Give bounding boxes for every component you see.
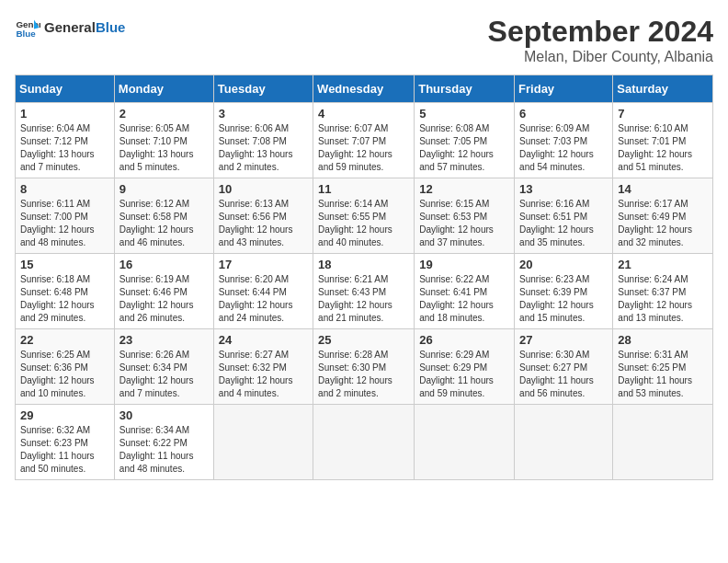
day-number: 1	[20, 107, 109, 121]
calendar-cell: 10Sunrise: 6:13 AMSunset: 6:56 PMDayligh…	[213, 178, 313, 254]
calendar-cell	[213, 405, 313, 480]
calendar-cell	[313, 405, 415, 480]
calendar-cell: 11Sunrise: 6:14 AMSunset: 6:55 PMDayligh…	[313, 178, 415, 254]
day-number: 17	[219, 258, 308, 271]
calendar-cell: 2Sunrise: 6:05 AMSunset: 7:10 PMDaylight…	[114, 103, 213, 178]
calendar-cell: 16Sunrise: 6:19 AMSunset: 6:46 PMDayligh…	[114, 254, 213, 329]
calendar-cell: 20Sunrise: 6:23 AMSunset: 6:39 PMDayligh…	[515, 254, 613, 329]
calendar-cell: 4Sunrise: 6:07 AMSunset: 7:07 PMDaylight…	[313, 103, 415, 178]
calendar-cell: 24Sunrise: 6:27 AMSunset: 6:32 PMDayligh…	[213, 329, 313, 405]
day-number: 27	[519, 333, 608, 347]
day-number: 15	[20, 258, 109, 271]
day-number: 4	[318, 107, 409, 121]
col-header-thursday: Thursday	[415, 75, 515, 103]
day-info: Sunrise: 6:20 AMSunset: 6:44 PMDaylight:…	[219, 273, 308, 325]
day-info: Sunrise: 6:10 AMSunset: 7:01 PMDaylight:…	[618, 122, 708, 174]
logo-general-text: General	[44, 19, 96, 35]
day-info: Sunrise: 6:21 AMSunset: 6:43 PMDaylight:…	[318, 273, 409, 325]
day-number: 21	[618, 258, 708, 271]
calendar-cell: 27Sunrise: 6:30 AMSunset: 6:27 PMDayligh…	[515, 329, 613, 405]
calendar-cell: 26Sunrise: 6:29 AMSunset: 6:29 PMDayligh…	[415, 329, 515, 405]
calendar-subtitle: Melan, Diber County, Albania	[488, 49, 713, 65]
calendar-cell: 23Sunrise: 6:26 AMSunset: 6:34 PMDayligh…	[114, 329, 213, 405]
calendar-cell: 19Sunrise: 6:22 AMSunset: 6:41 PMDayligh…	[415, 254, 515, 329]
day-number: 14	[618, 182, 708, 196]
calendar-cell	[613, 405, 713, 480]
col-header-wednesday: Wednesday	[313, 75, 415, 103]
calendar-cell: 17Sunrise: 6:20 AMSunset: 6:44 PMDayligh…	[213, 254, 313, 329]
day-info: Sunrise: 6:34 AMSunset: 6:22 PMDaylight:…	[119, 424, 209, 476]
day-info: Sunrise: 6:07 AMSunset: 7:07 PMDaylight:…	[318, 122, 409, 174]
day-number: 10	[219, 182, 308, 196]
day-info: Sunrise: 6:26 AMSunset: 6:34 PMDaylight:…	[119, 349, 209, 400]
day-info: Sunrise: 6:08 AMSunset: 7:05 PMDaylight:…	[419, 122, 509, 174]
col-header-sunday: Sunday	[16, 75, 115, 103]
day-info: Sunrise: 6:31 AMSunset: 6:25 PMDaylight:…	[618, 349, 708, 400]
day-number: 20	[519, 258, 608, 271]
logo-blue-text: Blue	[96, 19, 126, 35]
calendar-cell: 13Sunrise: 6:16 AMSunset: 6:51 PMDayligh…	[515, 178, 613, 254]
day-number: 19	[419, 258, 509, 271]
col-header-saturday: Saturday	[613, 75, 713, 103]
day-info: Sunrise: 6:29 AMSunset: 6:29 PMDaylight:…	[419, 349, 509, 400]
calendar-cell: 21Sunrise: 6:24 AMSunset: 6:37 PMDayligh…	[613, 254, 713, 329]
calendar-cell: 5Sunrise: 6:08 AMSunset: 7:05 PMDaylight…	[415, 103, 515, 178]
day-info: Sunrise: 6:14 AMSunset: 6:55 PMDaylight:…	[318, 198, 409, 249]
day-info: Sunrise: 6:17 AMSunset: 6:49 PMDaylight:…	[618, 198, 708, 249]
calendar-cell: 14Sunrise: 6:17 AMSunset: 6:49 PMDayligh…	[613, 178, 713, 254]
calendar-cell: 15Sunrise: 6:18 AMSunset: 6:48 PMDayligh…	[16, 254, 115, 329]
calendar-cell	[515, 405, 613, 480]
title-area: September 2024 Melan, Diber County, Alba…	[488, 15, 713, 65]
svg-text:Blue: Blue	[16, 29, 36, 39]
col-header-tuesday: Tuesday	[213, 75, 313, 103]
day-number: 22	[20, 333, 109, 347]
day-info: Sunrise: 6:18 AMSunset: 6:48 PMDaylight:…	[20, 273, 109, 325]
day-number: 16	[119, 258, 209, 271]
calendar-cell: 28Sunrise: 6:31 AMSunset: 6:25 PMDayligh…	[613, 329, 713, 405]
col-header-friday: Friday	[515, 75, 613, 103]
day-info: Sunrise: 6:12 AMSunset: 6:58 PMDaylight:…	[119, 198, 209, 249]
day-info: Sunrise: 6:25 AMSunset: 6:36 PMDaylight:…	[20, 349, 109, 400]
day-number: 18	[318, 258, 409, 271]
day-number: 3	[219, 107, 308, 121]
logo-icon: General Blue	[15, 15, 40, 40]
calendar-cell: 29Sunrise: 6:32 AMSunset: 6:23 PMDayligh…	[16, 405, 115, 480]
day-info: Sunrise: 6:19 AMSunset: 6:46 PMDaylight:…	[119, 273, 209, 325]
day-number: 8	[20, 182, 109, 196]
day-number: 29	[20, 408, 109, 422]
day-info: Sunrise: 6:23 AMSunset: 6:39 PMDaylight:…	[519, 273, 608, 325]
calendar-cell: 30Sunrise: 6:34 AMSunset: 6:22 PMDayligh…	[114, 405, 213, 480]
day-number: 11	[318, 182, 409, 196]
calendar-table: SundayMondayTuesdayWednesdayThursdayFrid…	[15, 75, 713, 480]
day-number: 5	[419, 107, 509, 121]
day-info: Sunrise: 6:24 AMSunset: 6:37 PMDaylight:…	[618, 273, 708, 325]
day-number: 28	[618, 333, 708, 347]
day-info: Sunrise: 6:13 AMSunset: 6:56 PMDaylight:…	[219, 198, 308, 249]
day-info: Sunrise: 6:16 AMSunset: 6:51 PMDaylight:…	[519, 198, 608, 249]
day-number: 2	[119, 107, 209, 121]
day-number: 25	[318, 333, 409, 347]
day-info: Sunrise: 6:32 AMSunset: 6:23 PMDaylight:…	[20, 424, 109, 476]
day-info: Sunrise: 6:06 AMSunset: 7:08 PMDaylight:…	[219, 122, 308, 174]
calendar-cell: 18Sunrise: 6:21 AMSunset: 6:43 PMDayligh…	[313, 254, 415, 329]
calendar-cell: 25Sunrise: 6:28 AMSunset: 6:30 PMDayligh…	[313, 329, 415, 405]
day-info: Sunrise: 6:22 AMSunset: 6:41 PMDaylight:…	[419, 273, 509, 325]
day-info: Sunrise: 6:27 AMSunset: 6:32 PMDaylight:…	[219, 349, 308, 400]
day-number: 30	[119, 408, 209, 422]
calendar-cell: 1Sunrise: 6:04 AMSunset: 7:12 PMDaylight…	[16, 103, 115, 178]
day-info: Sunrise: 6:09 AMSunset: 7:03 PMDaylight:…	[519, 122, 608, 174]
calendar-cell: 22Sunrise: 6:25 AMSunset: 6:36 PMDayligh…	[16, 329, 115, 405]
day-number: 7	[618, 107, 708, 121]
day-number: 24	[219, 333, 308, 347]
calendar-cell: 8Sunrise: 6:11 AMSunset: 7:00 PMDaylight…	[16, 178, 115, 254]
day-number: 12	[419, 182, 509, 196]
day-info: Sunrise: 6:04 AMSunset: 7:12 PMDaylight:…	[20, 122, 109, 174]
calendar-cell: 3Sunrise: 6:06 AMSunset: 7:08 PMDaylight…	[213, 103, 313, 178]
calendar-cell: 6Sunrise: 6:09 AMSunset: 7:03 PMDaylight…	[515, 103, 613, 178]
day-info: Sunrise: 6:11 AMSunset: 7:00 PMDaylight:…	[20, 198, 109, 249]
calendar-cell: 7Sunrise: 6:10 AMSunset: 7:01 PMDaylight…	[613, 103, 713, 178]
calendar-title: September 2024	[488, 15, 713, 49]
day-info: Sunrise: 6:05 AMSunset: 7:10 PMDaylight:…	[119, 122, 209, 174]
day-number: 13	[519, 182, 608, 196]
calendar-cell: 9Sunrise: 6:12 AMSunset: 6:58 PMDaylight…	[114, 178, 213, 254]
